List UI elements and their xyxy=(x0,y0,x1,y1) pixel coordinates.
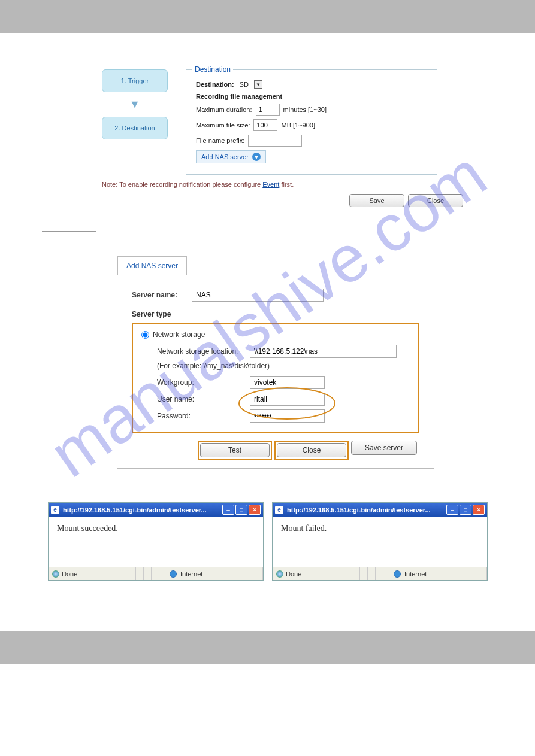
highlight-wrap: Test xyxy=(198,441,272,460)
location-hint: (For example: \\my_nas\disk\folder) xyxy=(157,362,410,370)
popup-message: Mount failed. xyxy=(273,517,487,567)
highlight-wrap: Close xyxy=(274,441,349,460)
server-name-label: Server name: xyxy=(132,291,192,299)
arrow-down-circle-icon: ▼ xyxy=(252,153,261,161)
workgroup-input[interactable] xyxy=(250,376,325,389)
add-nas-panel: Add NAS server Server name: Server type … xyxy=(117,256,434,469)
globe-icon xyxy=(394,570,401,578)
chevron-down-icon: ▼ xyxy=(102,98,168,111)
close-button[interactable]: Close xyxy=(408,194,463,207)
server-name-input[interactable] xyxy=(192,289,324,302)
save-server-button[interactable]: Save server xyxy=(351,441,417,455)
maximize-button[interactable]: □ xyxy=(460,505,471,515)
tab-add-nas[interactable]: Add NAS server xyxy=(117,256,187,275)
minimize-button[interactable]: – xyxy=(222,505,234,515)
divider xyxy=(42,51,96,51)
max-duration-input[interactable] xyxy=(256,104,280,116)
maximize-button[interactable]: □ xyxy=(235,505,247,515)
result-popups: e http://192.168.5.151/cgi-bin/admin/tes… xyxy=(48,502,493,581)
tab-bar: Add NAS server xyxy=(117,256,434,275)
prefix-input[interactable] xyxy=(248,135,302,147)
action-buttons: Save Close xyxy=(42,194,463,207)
ie-status-icon xyxy=(52,570,59,578)
test-button[interactable]: Test xyxy=(200,443,270,457)
save-button[interactable]: Save xyxy=(349,194,404,207)
wizard-step-trigger[interactable]: 1. Trigger xyxy=(102,69,168,92)
location-input[interactable] xyxy=(250,345,397,358)
prefix-label: File name prefix: xyxy=(196,137,244,144)
status-internet: Internet xyxy=(404,570,427,578)
recording-mgmt-label: Recording file management xyxy=(196,93,282,100)
ie-status-icon xyxy=(276,570,283,578)
max-size-unit: MB [1~900] xyxy=(281,122,315,129)
header-bar xyxy=(0,0,535,33)
statusbar: Done Internet xyxy=(273,567,487,580)
popup-success: e http://192.168.5.151/cgi-bin/admin/tes… xyxy=(48,502,264,581)
status-done: Done xyxy=(62,570,77,578)
destination-label: Destination: xyxy=(196,81,234,88)
note-suffix: first. xyxy=(279,181,294,188)
note-text: Note: To enable recording notification p… xyxy=(102,181,493,188)
close-window-button[interactable]: ✕ xyxy=(473,505,485,515)
popup-message: Mount succeeded. xyxy=(49,517,263,567)
wizard-step-destination[interactable]: 2. Destination xyxy=(102,117,168,139)
network-storage-label: Network storage xyxy=(153,330,205,339)
max-size-input[interactable] xyxy=(253,119,277,131)
status-done: Done xyxy=(286,570,301,578)
status-internet: Internet xyxy=(180,570,202,578)
titlebar-text: http://192.168.5.151/cgi-bin/admin/tests… xyxy=(287,506,446,514)
nas-action-buttons: Test Close Save server xyxy=(132,441,419,460)
highlighted-settings: Network storage Network storage location… xyxy=(132,323,419,433)
username-input[interactable] xyxy=(250,393,325,406)
event-link[interactable]: Event xyxy=(262,181,279,188)
ie-icon: e xyxy=(51,506,59,514)
network-storage-radio[interactable] xyxy=(141,331,149,339)
destination-fieldset: Destination Destination: SD ▼ Recording … xyxy=(186,69,437,175)
max-duration-unit: minutes [1~30] xyxy=(283,106,327,113)
nas-close-button[interactable]: Close xyxy=(277,443,346,457)
workgroup-label: Workgroup: xyxy=(157,378,250,387)
globe-icon xyxy=(170,570,177,578)
fieldset-title: Destination xyxy=(192,65,233,74)
username-label: User name: xyxy=(157,395,250,403)
dropdown-icon[interactable]: ▼ xyxy=(254,80,262,89)
titlebar[interactable]: e http://192.168.5.151/cgi-bin/admin/tes… xyxy=(273,503,487,517)
add-nas-label: Add NAS server xyxy=(201,153,249,160)
statusbar: Done Internet xyxy=(49,567,263,580)
note-prefix: Note: To enable recording notification p… xyxy=(102,181,262,188)
highlight-oval xyxy=(250,393,325,406)
titlebar[interactable]: e http://192.168.5.151/cgi-bin/admin/tes… xyxy=(49,503,263,517)
max-duration-label: Maximum duration: xyxy=(196,106,252,113)
ie-icon: e xyxy=(275,506,283,514)
location-label: Network storage location: xyxy=(157,347,250,356)
password-input[interactable] xyxy=(250,409,325,423)
add-nas-button[interactable]: Add NAS server ▼ xyxy=(196,150,266,163)
password-label: Password: xyxy=(157,412,250,420)
recording-config-area: 1. Trigger ▼ 2. Destination Destination … xyxy=(102,69,493,175)
destination-select-value: SD xyxy=(238,80,250,89)
popup-fail: e http://192.168.5.151/cgi-bin/admin/tes… xyxy=(272,502,488,581)
footer-bar xyxy=(0,631,535,664)
minimize-button[interactable]: – xyxy=(446,505,458,515)
server-type-label: Server type xyxy=(132,310,419,318)
divider xyxy=(42,231,96,232)
wizard-steps: 1. Trigger ▼ 2. Destination xyxy=(102,69,168,175)
max-size-label: Maximum file size: xyxy=(196,122,250,129)
close-window-button[interactable]: ✕ xyxy=(249,505,261,515)
titlebar-text: http://192.168.5.151/cgi-bin/admin/tests… xyxy=(63,506,222,514)
